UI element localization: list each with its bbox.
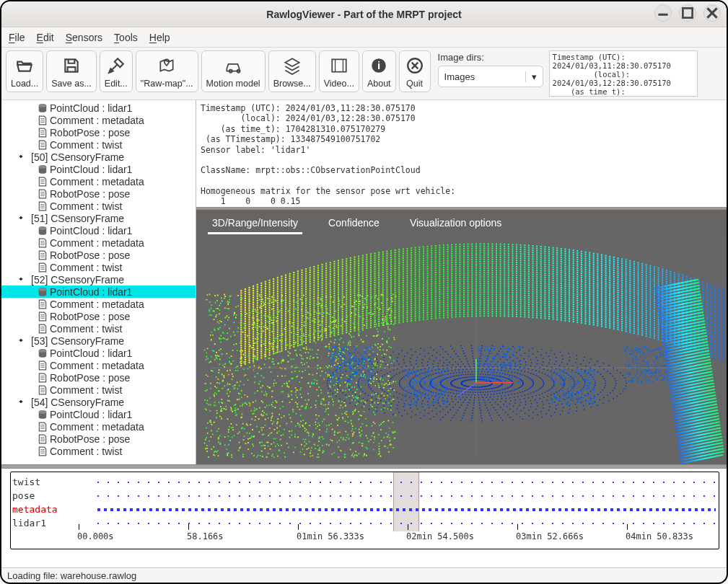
svg-rect-3222 <box>325 322 327 323</box>
video-button[interactable]: Video... <box>319 50 359 92</box>
3d-viewport[interactable] <box>196 234 727 464</box>
tree-item[interactable]: PointCloud : lidar1 <box>1 163 196 175</box>
svg-rect-2149 <box>354 295 355 296</box>
svg-rect-8055 <box>656 296 657 298</box>
tree-item[interactable]: Comment : metadata <box>1 114 196 126</box>
tree-item[interactable]: Comment : twist <box>1 138 196 151</box>
menu-sensors[interactable]: Sensors <box>66 32 102 43</box>
tree-item[interactable]: Comment : metadata <box>1 175 196 187</box>
save-button[interactable]: Save as... <box>46 50 97 92</box>
tree-item[interactable]: RobotPose : pose <box>1 310 196 322</box>
svg-rect-4973 <box>584 386 585 388</box>
tree-frame[interactable]: ◂▸[52] CSensoryFrame <box>1 273 196 286</box>
tree-item[interactable]: PointCloud : lidar1 <box>1 102 196 114</box>
svg-rect-6578 <box>341 319 343 320</box>
tree-item[interactable]: Comment : metadata <box>1 359 196 371</box>
tree-item[interactable]: Comment : twist <box>1 261 196 273</box>
svg-rect-1891 <box>281 310 282 311</box>
close-button[interactable] <box>703 4 721 22</box>
svg-rect-3366 <box>423 306 424 307</box>
tree-item[interactable]: Comment : metadata <box>1 236 196 249</box>
svg-rect-3654 <box>617 320 618 322</box>
tree-frame[interactable]: ◂▸[50] CSensoryFrame <box>1 151 196 163</box>
svg-rect-7802 <box>667 377 668 379</box>
svg-rect-8052 <box>660 296 662 297</box>
svg-rect-2427 <box>508 286 509 287</box>
tree-item[interactable]: PointCloud : lidar1 <box>1 286 196 298</box>
svg-rect-7297 <box>435 396 437 397</box>
svg-rect-6857 <box>229 361 230 363</box>
svg-rect-118 <box>390 250 392 252</box>
svg-rect-7903 <box>656 358 657 360</box>
tree-frame[interactable]: ◂▸[51] CSensoryFrame <box>1 212 196 224</box>
tree-item[interactable]: RobotPose : pose <box>1 187 196 200</box>
timeline[interactable]: twist pose metadata lidar1 00.000s58.166… <box>1 469 727 568</box>
svg-rect-1376 <box>626 280 627 282</box>
svg-rect-3523 <box>573 310 574 311</box>
svg-rect-6553 <box>385 319 386 320</box>
tree-item[interactable]: RobotPose : pose <box>1 433 196 445</box>
tab-confidence[interactable]: Confidence <box>324 213 384 234</box>
svg-rect-4886 <box>568 391 569 393</box>
tree-item[interactable]: RobotPose : pose <box>1 126 196 138</box>
tree-item[interactable]: RobotPose : pose <box>1 371 196 384</box>
tree-item[interactable]: Comment : twist <box>1 384 196 396</box>
tl-track-twist[interactable] <box>69 480 719 485</box>
tree-item[interactable]: PointCloud : lidar1 <box>1 408 196 420</box>
svg-rect-607 <box>427 255 429 256</box>
edit-button[interactable]: Edit... <box>100 50 133 92</box>
svg-rect-1487 <box>589 276 590 278</box>
tree-item[interactable]: Comment : twist <box>1 322 196 335</box>
svg-rect-8247 <box>685 311 687 313</box>
svg-rect-8403 <box>679 328 680 329</box>
tl-track-pose[interactable] <box>69 494 719 498</box>
svg-rect-6436 <box>279 367 281 368</box>
tree-item[interactable]: Comment : twist <box>1 445 196 457</box>
tree-item[interactable]: PointCloud : lidar1 <box>1 347 196 359</box>
svg-rect-8304 <box>690 317 692 318</box>
rawmap-button[interactable]: "Raw-map"... <box>136 50 198 92</box>
svg-rect-1131 <box>605 273 607 274</box>
menu-edit[interactable]: Edit <box>37 32 54 43</box>
svg-rect-723 <box>411 259 412 260</box>
tl-track-metadata[interactable] <box>69 508 719 512</box>
svg-rect-6762 <box>286 381 287 383</box>
about-button[interactable]: i About <box>362 50 396 92</box>
svg-rect-2003 <box>248 324 250 325</box>
tree-frame[interactable]: ◂▸[54] CSensoryFrame <box>1 396 196 408</box>
svg-rect-2630 <box>358 303 359 304</box>
quit-button[interactable]: Quit <box>399 50 431 92</box>
tl-track-lidar1[interactable] <box>69 521 719 526</box>
tree[interactable]: PointCloud : lidar1Comment : metadataRob… <box>1 100 196 464</box>
tree-item[interactable]: Comment : metadata <box>1 298 196 310</box>
minimize-button[interactable] <box>654 4 672 22</box>
svg-rect-3762 <box>569 314 570 315</box>
maximize-button[interactable] <box>679 4 696 22</box>
menu-file[interactable]: File <box>9 32 25 43</box>
tab-viz-options[interactable]: Visualization options <box>405 213 506 234</box>
svg-rect-5570 <box>315 342 317 343</box>
motion-model-button[interactable]: Motion model <box>201 50 266 92</box>
svg-rect-2446 <box>584 293 586 294</box>
load-button[interactable]: Load... <box>6 50 43 92</box>
tab-3d-range[interactable]: 3D/Range/Intensity <box>208 213 302 234</box>
tree-item[interactable]: Comment : metadata <box>1 420 196 433</box>
svg-rect-3141 <box>483 298 485 299</box>
svg-rect-4637 <box>460 399 461 401</box>
svg-rect-7198 <box>431 381 433 383</box>
svg-rect-5901 <box>352 435 354 437</box>
svg-rect-1774 <box>293 304 294 305</box>
tree-frame[interactable]: ◂▸[53] CSensoryFrame <box>1 335 196 347</box>
svg-rect-5587 <box>291 366 293 367</box>
image-dirs-dropdown[interactable]: Images ▾ <box>438 66 543 87</box>
svg-rect-8539 <box>701 339 703 340</box>
tree-item[interactable]: PointCloud : lidar1 <box>1 224 196 236</box>
svg-rect-9367 <box>687 425 688 426</box>
tree-item[interactable]: Comment : twist <box>1 200 196 212</box>
tree-item[interactable]: RobotPose : pose <box>1 249 196 261</box>
menu-help[interactable]: Help <box>149 32 170 43</box>
browse-button[interactable]: Browse... <box>268 50 316 92</box>
menu-tools[interactable]: Tools <box>114 32 138 43</box>
svg-rect-8572 <box>698 343 699 345</box>
svg-rect-7206 <box>434 402 435 404</box>
